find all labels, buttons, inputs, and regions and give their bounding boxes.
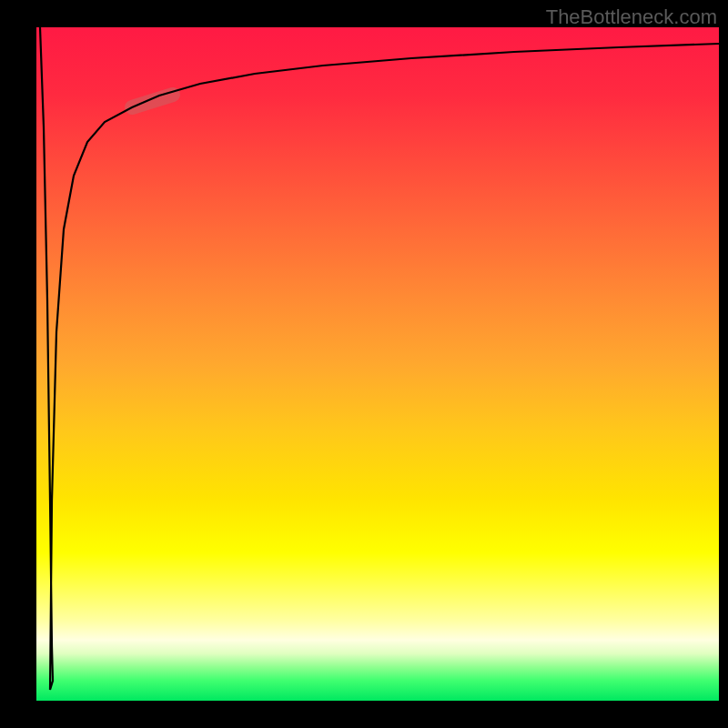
bottleneck-curve bbox=[40, 27, 719, 690]
curve-svg bbox=[36, 27, 719, 701]
plot-area bbox=[36, 27, 719, 701]
watermark-text: TheBottleneck.com bbox=[546, 5, 717, 29]
